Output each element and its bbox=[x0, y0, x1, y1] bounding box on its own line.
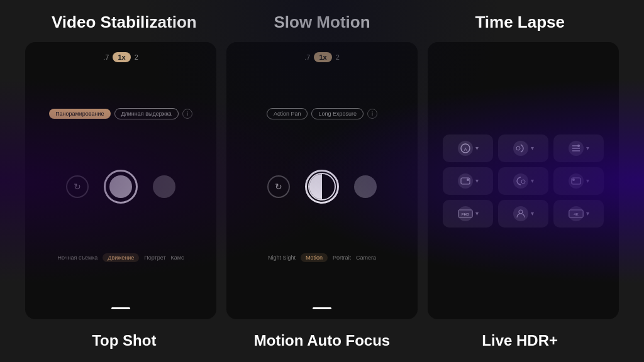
tl-cell-4[interactable]: ▾ bbox=[443, 167, 493, 195]
tl-icon-fhd: FHD bbox=[458, 206, 473, 221]
svg-point-11 bbox=[572, 178, 575, 181]
sm-tab-num-1: .7 bbox=[304, 53, 310, 61]
mode-cam: Камс bbox=[171, 255, 184, 261]
card-time-lapse: A ▾ ▾ bbox=[428, 42, 619, 319]
svg-point-6 bbox=[577, 145, 580, 147]
tl-icon-4k: 4K bbox=[569, 206, 584, 221]
stabilization-pills: Панорамирование Длинная выдержка i bbox=[49, 108, 192, 119]
shutter-half-empty bbox=[322, 174, 335, 199]
gray-btn bbox=[153, 175, 175, 198]
tl-chevron-4: ▾ bbox=[475, 177, 479, 184]
tl-chevron-6: ▾ bbox=[586, 177, 589, 184]
svg-text:FHD: FHD bbox=[461, 212, 469, 216]
sm-mode-portrait: Portrait bbox=[333, 255, 351, 261]
card-slow-motion: .7 1x 2 Action Pan Long Exposure i ↻ bbox=[226, 42, 418, 319]
tl-chevron-3: ▾ bbox=[586, 145, 589, 151]
pill-panorama: Панорамирование bbox=[49, 109, 110, 119]
stabilization-modes: Ночная съёмка Движение Портрет Камс bbox=[58, 253, 184, 262]
stabilization-phone-ui: .7 1x 2 Панорамирование Длинная выдержка… bbox=[35, 52, 206, 309]
tl-icon-1: A bbox=[458, 141, 473, 156]
sm-mode-motion[interactable]: Motion bbox=[301, 253, 328, 262]
tl-chevron-2: ▾ bbox=[531, 145, 534, 151]
stabilization-controls: ↻ bbox=[66, 170, 175, 204]
sm-mode-night: Night Sight bbox=[268, 255, 296, 261]
shutter-half-white bbox=[309, 174, 322, 199]
tab-active: 1x bbox=[113, 52, 130, 62]
slow-motion-modes: Night Sight Motion Portrait Camera bbox=[268, 253, 376, 262]
tl-chevron-8: ▾ bbox=[531, 210, 534, 217]
bottom-titles-row: Top Shot Motion Auto Focus Live HDR+ bbox=[25, 332, 619, 349]
svg-point-8 bbox=[467, 178, 469, 181]
slow-motion-phone-ui: .7 1x 2 Action Pan Long Exposure i ↻ bbox=[236, 52, 408, 309]
pill-info-icon: i bbox=[182, 109, 192, 119]
sm-pill-info: i bbox=[367, 109, 377, 119]
sm-mode-camera: Camera bbox=[356, 255, 376, 261]
title-top-shot: Top Shot bbox=[25, 332, 223, 349]
tl-icon-person bbox=[513, 206, 528, 221]
tl-icon-6 bbox=[569, 173, 584, 189]
sm-pill-action: Action Pan bbox=[267, 108, 308, 119]
svg-point-14 bbox=[519, 210, 523, 214]
top-titles-row: Video Stabilization Slow Motion Time Lap… bbox=[25, 13, 619, 32]
card-video-stabilization: .7 1x 2 Панорамирование Длинная выдержка… bbox=[25, 42, 216, 319]
mode-portrait: Портрет bbox=[144, 255, 165, 261]
tl-cell-8[interactable]: ▾ bbox=[498, 200, 548, 228]
shutter-btn[interactable] bbox=[104, 170, 138, 204]
stabilization-tabs: .7 1x 2 bbox=[103, 52, 138, 62]
sm-rotate-btn[interactable]: ↻ bbox=[267, 175, 290, 198]
cards-row: .7 1x 2 Панорамирование Длинная выдержка… bbox=[25, 42, 619, 319]
slow-motion-controls: ↻ bbox=[267, 170, 377, 204]
shutter-half-container bbox=[308, 173, 336, 200]
svg-text:A: A bbox=[464, 147, 467, 151]
pill-long-exposure: Длинная выдержка bbox=[114, 108, 179, 119]
slow-motion-pills: Action Pan Long Exposure i bbox=[267, 108, 377, 119]
tl-cell-1[interactable]: A ▾ bbox=[443, 134, 493, 162]
sm-tab-active: 1x bbox=[314, 52, 331, 62]
title-live-hdr: Live HDR+ bbox=[421, 332, 619, 349]
tl-icon-4 bbox=[458, 173, 473, 189]
tl-icon-5 bbox=[513, 173, 528, 189]
tl-cell-9[interactable]: 4K ▾ bbox=[553, 200, 604, 228]
slow-motion-tabs: .7 1x 2 bbox=[304, 52, 340, 62]
title-slow-motion: Slow Motion bbox=[223, 13, 421, 32]
tab-num-2: 2 bbox=[135, 53, 138, 61]
tl-cell-7[interactable]: FHD ▾ bbox=[443, 200, 493, 228]
tab-num-1: .7 bbox=[103, 53, 109, 61]
svg-point-2 bbox=[516, 146, 520, 150]
scroll-indicator-sm bbox=[313, 307, 331, 309]
tl-chevron-9: ▾ bbox=[586, 210, 589, 217]
title-stabilization: Video Stabilization bbox=[25, 13, 223, 32]
sm-pill-long: Long Exposure bbox=[311, 108, 364, 119]
tl-cell-3[interactable]: ▾ bbox=[553, 134, 604, 162]
tl-cell-2[interactable]: ▾ bbox=[498, 134, 548, 162]
scroll-indicator-stab bbox=[111, 307, 130, 309]
sm-gray-btn bbox=[354, 175, 377, 198]
mode-night: Ночная съёмка bbox=[58, 255, 98, 261]
tl-icon-3 bbox=[569, 141, 584, 156]
tl-chevron-7: ▾ bbox=[475, 210, 479, 217]
sm-shutter-btn[interactable] bbox=[305, 170, 339, 204]
svg-point-9 bbox=[521, 180, 525, 184]
tl-chevron-1: ▾ bbox=[475, 145, 479, 151]
page: Video Stabilization Slow Motion Time Lap… bbox=[0, 0, 644, 362]
tl-cell-6[interactable]: ▾ bbox=[553, 167, 604, 195]
rotate-btn[interactable]: ↻ bbox=[66, 175, 89, 198]
time-lapse-grid: A ▾ ▾ bbox=[438, 129, 609, 233]
mode-motion-active[interactable]: Движение bbox=[103, 253, 139, 262]
svg-text:4K: 4K bbox=[574, 212, 579, 216]
tl-icon-2 bbox=[513, 141, 528, 156]
tl-cell-5[interactable]: ▾ bbox=[498, 167, 548, 195]
title-time-lapse: Time Lapse bbox=[421, 13, 619, 32]
title-motion-af: Motion Auto Focus bbox=[223, 332, 421, 349]
shutter-inner bbox=[109, 175, 132, 198]
sm-tab-num-2: 2 bbox=[336, 53, 340, 61]
tl-chevron-5: ▾ bbox=[531, 177, 534, 184]
